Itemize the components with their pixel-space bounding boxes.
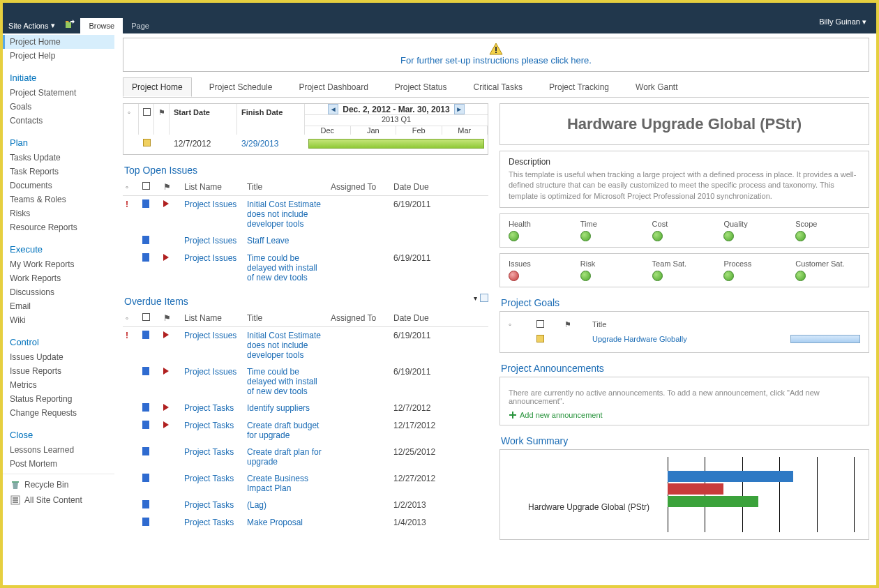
item-title-link[interactable]: Create draft plan for upgrade: [244, 444, 328, 470]
table-row[interactable]: Project TasksIdentify suppliers12/7/2012: [123, 400, 488, 417]
section-top-open-issues[interactable]: Top Open Issues: [124, 165, 488, 176]
tab-project-schedule[interactable]: Project Schedule: [200, 77, 282, 97]
item-title-link[interactable]: Identify suppliers: [244, 400, 328, 417]
list-name-link[interactable]: Project Tasks: [181, 514, 244, 532]
list-name-link[interactable]: Project Issues: [181, 196, 244, 233]
table-row[interactable]: Project TasksCreate draft plan for upgra…: [123, 444, 488, 470]
list-name-link[interactable]: Project Tasks: [181, 417, 244, 444]
item-title-link[interactable]: Create draft budget for upgrade: [244, 417, 328, 444]
list-name-link[interactable]: Project Tasks: [181, 497, 244, 514]
goals-col-checkbox-icon[interactable]: [536, 320, 544, 328]
list-name-link[interactable]: Project Issues: [181, 250, 244, 286]
item-title-link[interactable]: Create Business Impact Plan: [244, 470, 328, 497]
goal-item-link[interactable]: Upgrade Hardware Globally: [592, 335, 687, 344]
sidebar-item-issue-reports[interactable]: Issue Reports: [3, 364, 114, 378]
list-name-link[interactable]: Project Issues: [181, 327, 244, 364]
item-title-link[interactable]: Make Proposal: [244, 514, 328, 532]
sidebar-item-lessons-learned[interactable]: Lessons Learned: [3, 443, 114, 457]
list-name-link[interactable]: Project Tasks: [181, 470, 244, 497]
timeline-next-button[interactable]: ►: [454, 104, 465, 114]
sidebar-item-email[interactable]: Email: [3, 299, 114, 313]
goals-col-title[interactable]: Title: [592, 320, 606, 329]
goals-col-indicator-icon[interactable]: ◦: [509, 320, 523, 329]
tab-project-tracking[interactable]: Project Tracking: [540, 77, 618, 97]
section-overdue-items[interactable]: Overdue Items: [124, 296, 188, 307]
setup-notice-link[interactable]: For further set-up instructions please c…: [400, 55, 592, 66]
table-row[interactable]: Project IssuesTime could be delayed with…: [123, 250, 488, 286]
sidebar-item-documents[interactable]: Documents: [3, 179, 114, 193]
timeline-bar[interactable]: [308, 139, 484, 149]
sidebar-item-wiki[interactable]: Wiki: [3, 313, 114, 327]
col-priority-icon[interactable]: ◦: [123, 310, 140, 327]
table-row[interactable]: !Project IssuesInitial Cost Estimate doe…: [123, 327, 488, 364]
item-title-link[interactable]: Staff Leave: [244, 232, 328, 250]
sidebar-item-goals[interactable]: Goals: [3, 100, 114, 114]
sidebar-group-initiate[interactable]: Initiate: [3, 63, 114, 86]
sidebar-item-risks[interactable]: Risks: [3, 206, 114, 220]
sidebar-item-issues-update[interactable]: Issues Update: [3, 350, 114, 364]
sidebar-group-control[interactable]: Control: [3, 327, 114, 350]
section-work-summary[interactable]: Work Summary: [501, 435, 869, 446]
ribbon-tab-browse[interactable]: Browse: [80, 18, 123, 33]
table-row[interactable]: Project IssuesTime could be delayed with…: [123, 363, 488, 400]
timeline-col-finish[interactable]: Finish Date: [237, 104, 305, 135]
section-project-announcements[interactable]: Project Announcements: [501, 363, 869, 374]
col-priority-icon[interactable]: ◦: [123, 179, 140, 196]
sidebar-item-resource-reports[interactable]: Resource Reports: [3, 220, 114, 234]
overdue-toggle-checkbox[interactable]: [480, 294, 488, 302]
timeline-col-start[interactable]: Start Date: [170, 104, 237, 135]
goals-col-flag-icon[interactable]: ⚑: [564, 320, 578, 329]
add-announcement-link[interactable]: Add new announcement: [509, 411, 860, 419]
timeline-finish-date[interactable]: 3/29/2013: [237, 135, 305, 154]
col-due[interactable]: Date Due: [391, 179, 488, 196]
sidebar-item-teams-roles[interactable]: Teams & Roles: [3, 193, 114, 206]
item-title-link[interactable]: Time could be delayed with install of ne…: [244, 363, 328, 400]
col-attach-icon[interactable]: [140, 179, 160, 196]
item-title-link[interactable]: (Lag): [244, 497, 328, 514]
tab-project-home[interactable]: Project Home: [123, 77, 192, 97]
sidebar-item-project-help[interactable]: Project Help: [3, 49, 114, 63]
col-title[interactable]: Title: [244, 179, 328, 196]
col-flag-icon[interactable]: ⚑: [160, 310, 181, 327]
sidebar-item-change-requests[interactable]: Change Requests: [3, 406, 114, 420]
section-project-goals[interactable]: Project Goals: [501, 297, 869, 308]
sidebar-recycle-bin[interactable]: Recycle Bin: [3, 477, 114, 492]
nav-up-icon[interactable]: [61, 18, 80, 33]
tab-work-gantt[interactable]: Work Gantt: [626, 77, 686, 97]
item-title-link[interactable]: Time could be delayed with install of ne…: [244, 250, 328, 286]
sidebar-item-project-home[interactable]: Project Home: [3, 35, 114, 49]
item-title-link[interactable]: Initial Cost Estimate does not include d…: [244, 327, 328, 364]
sidebar-item-task-reports[interactable]: Task Reports: [3, 165, 114, 179]
sidebar-group-close[interactable]: Close: [3, 420, 114, 443]
user-menu[interactable]: Billy Guinan ▾: [819, 17, 876, 33]
table-row[interactable]: Project IssuesStaff Leave: [123, 232, 488, 250]
col-assigned[interactable]: Assigned To: [328, 310, 391, 327]
col-due[interactable]: Date Due: [391, 310, 488, 327]
sidebar-group-plan[interactable]: Plan: [3, 128, 114, 151]
col-assigned[interactable]: Assigned To: [328, 179, 391, 196]
table-row[interactable]: Project TasksCreate draft budget for upg…: [123, 417, 488, 444]
sidebar-item-my-work-reports[interactable]: My Work Reports: [3, 257, 114, 271]
sidebar-item-discussions[interactable]: Discussions: [3, 285, 114, 299]
ribbon-tab-page[interactable]: Page: [123, 18, 158, 33]
sidebar-item-post-mortem[interactable]: Post Mortem: [3, 457, 114, 471]
list-name-link[interactable]: Project Tasks: [181, 444, 244, 470]
list-name-link[interactable]: Project Tasks: [181, 400, 244, 417]
list-name-link[interactable]: Project Issues: [181, 363, 244, 400]
col-attach-icon[interactable]: [140, 310, 160, 327]
sidebar-all-site-content[interactable]: All Site Content: [3, 492, 114, 508]
table-row[interactable]: Project TasksCreate Business Impact Plan…: [123, 470, 488, 497]
sidebar-item-contacts[interactable]: Contacts: [3, 114, 114, 128]
timeline-prev-button[interactable]: ◄: [328, 104, 338, 114]
sidebar-item-tasks-update[interactable]: Tasks Update: [3, 151, 114, 165]
col-title[interactable]: Title: [244, 310, 328, 327]
table-row[interactable]: !Project IssuesInitial Cost Estimate doe…: [123, 196, 488, 233]
overdue-menu-caret-icon[interactable]: ▾: [474, 294, 477, 302]
sidebar-item-work-reports[interactable]: Work Reports: [3, 271, 114, 285]
sidebar-item-project-statement[interactable]: Project Statement: [3, 86, 114, 100]
table-row[interactable]: Project Tasks(Lag)1/2/2013: [123, 497, 488, 514]
list-name-link[interactable]: Project Issues: [181, 232, 244, 250]
tab-project-status[interactable]: Project Status: [386, 77, 456, 97]
col-list-name[interactable]: List Name: [181, 310, 244, 327]
sidebar-item-status-reporting[interactable]: Status Reporting: [3, 392, 114, 406]
